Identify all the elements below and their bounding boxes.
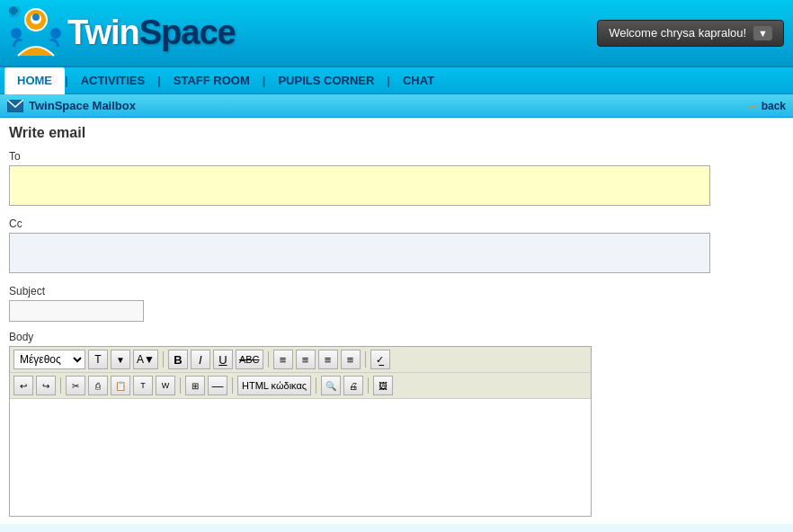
to-field[interactable] bbox=[9, 165, 710, 206]
paste-word-button[interactable]: W bbox=[156, 376, 175, 395]
toolbar-sep-2 bbox=[268, 351, 269, 368]
toolbar-row-2: ↩ ↪ ✂ ⎙ 📋 T W ⊞ — HTML κώδικας 🔍 🖨 🖼 bbox=[10, 373, 591, 399]
cc-field[interactable] bbox=[9, 233, 710, 273]
mailbox-bar-left: TwinSpace Mailbox bbox=[7, 99, 136, 112]
underline-button[interactable]: U bbox=[213, 350, 233, 369]
toolbar-sep-8 bbox=[368, 377, 369, 394]
toolbar-sep-7 bbox=[316, 377, 316, 394]
nav-item-activities[interactable]: ACTIVITIES bbox=[68, 67, 158, 94]
svg-point-3 bbox=[11, 28, 22, 39]
find-button[interactable]: 🔍 bbox=[321, 376, 341, 395]
body-label: Body bbox=[9, 331, 784, 343]
toolbar-sep-6 bbox=[232, 377, 233, 394]
toolbar-sep-5 bbox=[180, 377, 181, 394]
logo-twin: Twin bbox=[67, 13, 139, 51]
body-editor: Μέγεθος T ▼ A▼ B I U ABC ≡ ≡ ≡ ≡ ✓̲ bbox=[9, 346, 592, 517]
undo-button[interactable]: ↩ bbox=[13, 376, 33, 395]
to-label: To bbox=[9, 150, 784, 163]
nav-item-pupils-corner[interactable]: PUPILS CORNER bbox=[265, 67, 387, 94]
subject-input[interactable] bbox=[9, 300, 144, 322]
svg-rect-7 bbox=[12, 6, 15, 9]
mailbox-envelope-icon bbox=[7, 100, 23, 112]
welcome-button[interactable]: Welcome chrysa kapralou! ▼ bbox=[597, 20, 784, 47]
strikethrough-button[interactable]: ABC bbox=[236, 350, 263, 369]
toolbar-row-1: Μέγεθος T ▼ A▼ B I U ABC ≡ ≡ ≡ ≡ ✓̲ bbox=[10, 347, 591, 373]
body-section: Body Μέγεθος T ▼ A▼ B I U ABC ≡ ≡ ≡ ≡ bbox=[9, 331, 784, 517]
toolbar-sep-4 bbox=[60, 377, 61, 394]
welcome-text: Welcome chrysa kapralou! bbox=[609, 26, 746, 40]
align-left-button[interactable]: ≡ bbox=[273, 350, 293, 369]
align-justify-button[interactable]: ≡ bbox=[341, 350, 361, 369]
write-email-section: Write email To Cc Subject Body Μέγεθος T… bbox=[0, 118, 793, 524]
font-color-arrow[interactable]: ▼ bbox=[111, 350, 130, 369]
insert-table-button[interactable]: ⊞ bbox=[185, 376, 205, 395]
mailbox-bar: TwinSpace Mailbox ← back bbox=[0, 94, 793, 118]
cc-field-group: Cc bbox=[9, 217, 784, 276]
header: TwinSpace Welcome chrysa kapralou! ▼ bbox=[0, 0, 793, 67]
font-type-button[interactable]: T bbox=[88, 350, 108, 369]
redo-button[interactable]: ↪ bbox=[36, 376, 56, 395]
html-code-button[interactable]: HTML κώδικας bbox=[237, 376, 311, 395]
svg-point-4 bbox=[50, 28, 61, 39]
svg-rect-10 bbox=[15, 9, 18, 13]
nav-item-staff-room[interactable]: STAFF ROOM bbox=[161, 67, 263, 94]
back-label: back bbox=[762, 100, 786, 112]
text-color-button[interactable]: A▼ bbox=[133, 350, 158, 369]
back-link[interactable]: ← back bbox=[746, 99, 786, 113]
mailbox-title: TwinSpace Mailbox bbox=[29, 99, 136, 112]
nav-item-home[interactable]: HOME bbox=[4, 67, 65, 94]
logo-text: TwinSpace bbox=[67, 13, 236, 52]
insert-image-button[interactable]: 🖼 bbox=[373, 376, 393, 395]
align-right-button[interactable]: ≡ bbox=[318, 350, 338, 369]
font-size-select[interactable]: Μέγεθος bbox=[13, 350, 85, 369]
toolbar-sep-3 bbox=[365, 351, 366, 368]
cc-label: Cc bbox=[9, 217, 784, 230]
paste-button[interactable]: 📋 bbox=[111, 376, 130, 395]
body-editor-area[interactable] bbox=[10, 399, 591, 516]
toolbar-sep-1 bbox=[163, 351, 164, 368]
logo-space: Space bbox=[139, 13, 236, 51]
bold-button[interactable]: B bbox=[168, 350, 188, 369]
back-arrow-icon: ← bbox=[746, 99, 759, 113]
subject-label: Subject bbox=[9, 285, 784, 297]
svg-point-2 bbox=[32, 13, 40, 21]
svg-rect-9 bbox=[9, 9, 12, 13]
subject-field-group: Subject bbox=[9, 285, 784, 322]
cut-button[interactable]: ✂ bbox=[66, 376, 85, 395]
print-button[interactable]: 🖨 bbox=[343, 376, 363, 395]
welcome-dropdown-arrow: ▼ bbox=[753, 26, 772, 40]
write-email-title: Write email bbox=[9, 125, 784, 141]
paste-text-button[interactable]: T bbox=[133, 376, 153, 395]
svg-rect-8 bbox=[12, 13, 15, 15]
align-center-button[interactable]: ≡ bbox=[296, 350, 316, 369]
nav-item-chat[interactable]: CHAT bbox=[390, 67, 447, 94]
insert-hr-button[interactable]: — bbox=[208, 376, 227, 395]
nav-bar: HOME | ACTIVITIES | STAFF ROOM | PUPILS … bbox=[0, 67, 793, 94]
italic-button[interactable]: I bbox=[191, 350, 210, 369]
logo-area: TwinSpace bbox=[9, 6, 236, 60]
to-field-group: To bbox=[9, 150, 784, 208]
copy-button[interactable]: ⎙ bbox=[88, 376, 108, 395]
logo-icon bbox=[9, 6, 63, 60]
spellcheck-button[interactable]: ✓̲ bbox=[370, 350, 390, 369]
